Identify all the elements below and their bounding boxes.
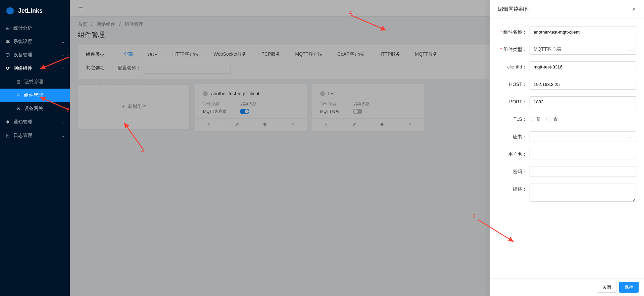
radio-icon [530, 117, 534, 121]
form-label-clientid: clientId： [507, 64, 527, 69]
chevron-down-icon: ⌄ [629, 48, 632, 51]
save-button[interactable]: 保存 [619, 282, 639, 293]
form-label-name: 组件名称： [503, 29, 527, 35]
form-label-pwd: 密码： [513, 169, 527, 174]
sidebar-item-gateway[interactable]: 设备网关 [0, 102, 70, 115]
chevron-down-icon: ⌄ [62, 40, 64, 44]
chevron-down-icon: ⌄ [629, 135, 632, 139]
network-icon [5, 66, 10, 71]
logo[interactable]: JetLinks [0, 0, 70, 21]
drawer-header: 编辑网络组件 ✕ [490, 0, 644, 18]
sidebar-item-device[interactable]: 设备管理 ⌄ [0, 48, 70, 62]
type-select[interactable]: MQTT客户端 ⌄ [530, 44, 636, 55]
sidebar-item-notify[interactable]: 通知管理 ⌄ [0, 115, 70, 129]
sidebar-item-log[interactable]: 日志管理 ⌄ [0, 129, 70, 142]
file-icon [16, 80, 21, 84]
gear-icon [5, 39, 10, 44]
chevron-down-icon: ⌄ [62, 120, 64, 124]
sidebar-item-system[interactable]: 系统设置 ⌄ [0, 35, 70, 48]
sidebar-item-label: 系统设置 [13, 39, 32, 45]
sidebar-item-label: 设备网关 [24, 106, 43, 112]
description-textarea[interactable] [530, 184, 636, 202]
password-input[interactable] [530, 166, 636, 177]
sidebar-item-analytics[interactable]: 统计分析 [0, 21, 70, 35]
chart-icon [5, 26, 10, 31]
gateway-icon [16, 106, 21, 111]
main-menu: 统计分析 系统设置 ⌄ 设备管理 ⌄ 网络组件 ⌄ 证书管理 [0, 21, 70, 142]
logo-text: JetLinks [18, 7, 43, 14]
chevron-up-icon: ⌄ [62, 67, 64, 70]
sidebar: JetLinks 统计分析 系统设置 ⌄ 设备管理 ⌄ 网络组件 ⌄ [0, 0, 70, 296]
radio-icon [546, 117, 551, 121]
logo-icon [5, 6, 15, 15]
username-input[interactable] [530, 149, 636, 159]
form-label-tls: TLS： [513, 116, 527, 122]
sidebar-item-component[interactable]: 组件管理 [0, 89, 70, 102]
form-label-user: 用户名： [508, 151, 527, 157]
sidebar-item-label: 组件管理 [24, 92, 43, 98]
sidebar-item-cert[interactable]: 证书管理 [0, 75, 70, 89]
sidebar-item-label: 日志管理 [13, 133, 32, 139]
drawer-title: 编辑网络组件 [498, 6, 530, 13]
log-icon [5, 133, 10, 138]
drawer-body: *组件名称： *组件类型： MQTT客户端 ⌄ clientId： HOST： … [490, 18, 644, 278]
form-label-desc: 描述： [513, 186, 527, 192]
sidebar-item-label: 证书管理 [24, 79, 43, 85]
name-input[interactable] [530, 27, 636, 37]
sidebar-item-label: 网络组件 [13, 65, 32, 71]
form-label-type: 组件类型： [503, 47, 527, 52]
cert-select[interactable]: ⌄ [530, 131, 636, 142]
sidebar-item-network[interactable]: 网络组件 ⌄ [0, 62, 70, 75]
form-label-host: HOST： [509, 82, 527, 87]
host-input[interactable] [530, 79, 636, 90]
clientid-input[interactable] [530, 61, 636, 72]
sidebar-item-label: 通知管理 [13, 119, 32, 125]
drawer: 编辑网络组件 ✕ *组件名称： *组件类型： MQTT客户端 ⌄ clientI… [490, 0, 644, 296]
drawer-footer: 关闭 保存 [490, 278, 644, 296]
form-label-port: PORT： [509, 99, 527, 104]
tls-yes-radio[interactable]: 是 [530, 116, 541, 122]
bell-icon [5, 120, 10, 125]
device-icon [5, 53, 10, 57]
close-icon[interactable]: ✕ [632, 6, 636, 12]
chevron-down-icon: ⌄ [62, 53, 64, 57]
sidebar-item-label: 统计分析 [13, 25, 32, 31]
select-value: MQTT客户端 [534, 46, 561, 52]
port-input[interactable] [530, 96, 636, 107]
flag-icon [16, 93, 21, 98]
close-button[interactable]: 关闭 [597, 282, 616, 293]
form-label-cert: 证书： [513, 134, 527, 139]
sidebar-item-label: 设备管理 [13, 52, 32, 58]
chevron-down-icon: ⌄ [62, 134, 64, 138]
tls-no-radio[interactable]: 否 [546, 116, 558, 122]
